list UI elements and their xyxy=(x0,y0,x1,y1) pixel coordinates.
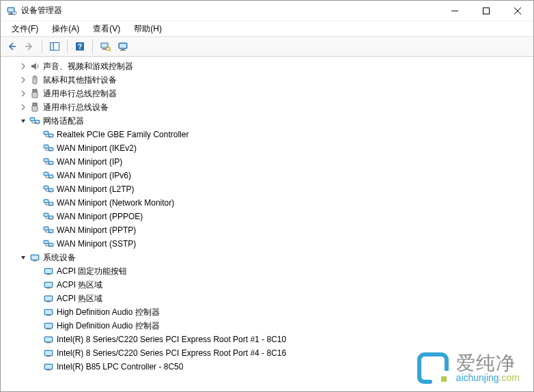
svg-rect-16 xyxy=(120,44,126,48)
svg-rect-26 xyxy=(31,118,34,120)
svg-rect-52 xyxy=(49,203,53,205)
forward-button[interactable] xyxy=(21,38,38,55)
svg-rect-88 xyxy=(46,356,51,357)
minimize-button[interactable] xyxy=(439,1,470,21)
tree-category-label: 网络适配器 xyxy=(43,115,84,127)
svg-rect-2 xyxy=(10,13,12,14)
help-button[interactable]: ? xyxy=(72,38,88,55)
tree-item-label: Intel(R) 8 Series/C220 Series PCI Expres… xyxy=(57,348,286,358)
tree-item[interactable]: WAN Miniport (L2TP) xyxy=(3,182,533,196)
expander-icon[interactable] xyxy=(18,116,28,126)
tree-item-label: WAN Miniport (SSTP) xyxy=(57,239,136,249)
svg-rect-60 xyxy=(49,230,53,232)
system-icon xyxy=(43,266,54,277)
tree-item-label: WAN Miniport (PPTP) xyxy=(57,225,136,235)
svg-rect-22 xyxy=(32,92,38,98)
svg-rect-28 xyxy=(36,121,39,123)
tree-item-label: WAN Miniport (Network Monitor) xyxy=(57,198,174,208)
menu-help[interactable]: 帮助(H) xyxy=(127,22,169,36)
expander-icon[interactable] xyxy=(18,75,28,85)
expander-icon[interactable] xyxy=(18,102,28,112)
svg-rect-76 xyxy=(46,301,51,303)
svg-rect-18 xyxy=(120,50,126,51)
svg-rect-85 xyxy=(46,342,51,344)
sound-icon xyxy=(29,61,40,72)
svg-rect-24 xyxy=(32,106,38,111)
menubar: 文件(F) 操作(A) 查看(V) 帮助(H) xyxy=(1,21,533,36)
monitor-button[interactable] xyxy=(115,38,131,55)
tree-item[interactable]: WAN Miniport (PPTP) xyxy=(3,223,533,237)
tree-category[interactable]: 通用串行总线控制器 xyxy=(3,87,533,100)
tree-item[interactable]: High Definition Audio 控制器 xyxy=(3,319,533,333)
expander-icon[interactable] xyxy=(18,61,28,71)
tree-category-label: 通用串行总线控制器 xyxy=(43,88,117,100)
tree-item-label: WAN Miniport (IPv6) xyxy=(57,171,131,180)
tree-item[interactable]: High Definition Audio 控制器 xyxy=(3,305,533,319)
tree-category[interactable]: 鼠标和其他指针设备 xyxy=(3,73,533,87)
expander-icon[interactable] xyxy=(18,89,28,98)
tree-item[interactable]: WAN Miniport (IKEv2) xyxy=(3,141,533,155)
maximize-button[interactable] xyxy=(470,1,502,21)
tree-item-label: ACPI 固定功能按钮 xyxy=(57,266,127,277)
svg-rect-36 xyxy=(49,148,53,150)
svg-rect-72 xyxy=(45,283,52,287)
expander-icon[interactable] xyxy=(18,253,28,262)
tree-category-label: 声音、视频和游戏控制器 xyxy=(43,61,133,72)
svg-rect-5 xyxy=(14,12,15,13)
tree-item[interactable]: Intel(R) 8 Series/C220 Series PCI Expres… xyxy=(3,346,533,360)
svg-rect-50 xyxy=(44,200,48,202)
help-icon: ? xyxy=(74,41,85,52)
svg-rect-32 xyxy=(49,135,53,137)
tree-category[interactable]: 网络适配器 xyxy=(3,114,533,128)
svg-rect-40 xyxy=(49,162,53,164)
tree-item[interactable]: Realtek PCIe GBE Family Controller xyxy=(3,128,533,141)
tree-item-label: High Definition Audio 控制器 xyxy=(57,320,160,332)
tree-item[interactable]: ACPI 热区域 xyxy=(3,292,533,305)
menu-file[interactable]: 文件(F) xyxy=(5,22,45,36)
tree-category-label: 系统设备 xyxy=(43,252,76,264)
tree-item[interactable]: WAN Miniport (Network Monitor) xyxy=(3,196,533,210)
svg-rect-58 xyxy=(44,227,48,229)
tree-item[interactable]: Intel(R) 8 Series/C220 Series PCI Expres… xyxy=(3,333,533,346)
svg-rect-81 xyxy=(45,324,52,328)
device-tree: 声音、视频和游戏控制器鼠标和其他指针设备通用串行总线控制器通用串行总线设备网络适… xyxy=(1,58,533,375)
tree-item[interactable]: WAN Miniport (SSTP) xyxy=(3,237,533,251)
svg-rect-17 xyxy=(122,49,124,50)
forward-icon xyxy=(24,41,35,52)
usb-icon xyxy=(29,102,40,113)
system-icon xyxy=(43,320,54,331)
tree-item[interactable]: WAN Miniport (IP) xyxy=(3,155,533,169)
svg-rect-91 xyxy=(46,369,51,371)
network-icon xyxy=(43,211,54,222)
tree-item[interactable]: Intel(R) B85 LPC Controller - 8C50 xyxy=(3,360,533,374)
tree-category-label: 通用串行总线设备 xyxy=(43,102,109,113)
network-icon xyxy=(43,129,54,140)
tree-item-label: Intel(R) B85 LPC Controller - 8C50 xyxy=(57,362,183,372)
tree-category[interactable]: 声音、视频和游戏控制器 xyxy=(3,59,533,73)
svg-rect-46 xyxy=(44,186,48,188)
tree-item[interactable]: ACPI 固定功能按钮 xyxy=(3,264,533,278)
scan-hardware-button[interactable] xyxy=(97,38,113,55)
svg-rect-69 xyxy=(45,269,52,273)
device-tree-scroll[interactable]: 声音、视频和游戏控制器鼠标和其他指针设备通用串行总线控制器通用串行总线设备网络适… xyxy=(1,57,533,391)
network-icon xyxy=(43,156,54,167)
back-button[interactable] xyxy=(3,38,20,55)
close-button[interactable] xyxy=(502,1,533,21)
app-icon xyxy=(6,5,17,16)
tree-item-label: Intel(R) 8 Series/C220 Series PCI Expres… xyxy=(57,335,286,344)
tree-category-label: 鼠标和其他指针设备 xyxy=(43,74,117,86)
tree-category[interactable]: 系统设备 xyxy=(3,251,533,264)
svg-rect-67 xyxy=(33,260,37,262)
tree-category[interactable]: 通用串行总线设备 xyxy=(3,100,533,114)
menu-view[interactable]: 查看(V) xyxy=(86,22,127,36)
tree-item-label: High Definition Audio 控制器 xyxy=(57,307,160,318)
network-icon xyxy=(43,143,54,154)
system-icon xyxy=(43,279,54,290)
tree-item[interactable]: ACPI 热区域 xyxy=(3,278,533,292)
tree-item-label: WAN Miniport (PPPOE) xyxy=(57,212,143,221)
tree-item[interactable]: WAN Miniport (IPv6) xyxy=(3,169,533,182)
tree-item[interactable]: WAN Miniport (PPPOE) xyxy=(3,210,533,223)
system-icon xyxy=(43,361,54,372)
menu-action[interactable]: 操作(A) xyxy=(45,22,86,36)
show-hide-console-tree-button[interactable] xyxy=(46,38,63,55)
